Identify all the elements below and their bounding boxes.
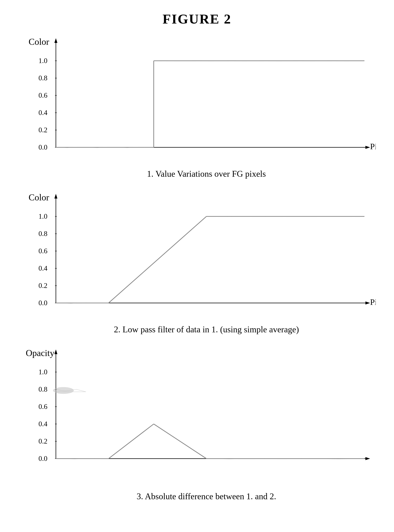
chart1-y-label: Color xyxy=(29,37,49,47)
svg-marker-39 xyxy=(54,349,57,354)
svg-text:0.0: 0.0 xyxy=(39,299,48,307)
svg-text:1.0: 1.0 xyxy=(39,212,48,220)
chart1-caption: 1. Value Variations over FG pixels xyxy=(18,169,376,179)
chart2-wrapper: Color Pixel 0.0 0.2 0.4 0.6 0.8 1.0 xyxy=(18,190,376,334)
chart3-y-label: Opacity xyxy=(26,348,54,358)
chart3-svg: Opacity 0.0 0.2 0.4 0.6 0.8 1.0 xyxy=(18,346,376,489)
chart1-x-label: Pixel xyxy=(370,142,376,151)
svg-text:0.4: 0.4 xyxy=(39,264,48,272)
page-title: FIGURE 2 xyxy=(0,0,394,34)
chart1-svg: Color Pixel 0.0 0.2 0.4 0.6 0.8 xyxy=(18,34,376,166)
chart1-wrapper: Color Pixel 0.0 0.2 0.4 0.6 0.8 xyxy=(18,34,376,179)
svg-text:0.2: 0.2 xyxy=(39,126,48,134)
chart2-x-label: Pixel xyxy=(370,297,376,307)
chart2-y-label: Color xyxy=(29,192,49,202)
svg-marker-41 xyxy=(365,457,370,460)
svg-text:0.0: 0.0 xyxy=(39,143,48,151)
svg-text:0.2: 0.2 xyxy=(39,437,48,445)
svg-text:1.0: 1.0 xyxy=(39,57,48,65)
svg-text:0.6: 0.6 xyxy=(39,402,48,410)
svg-line-56 xyxy=(154,424,206,459)
svg-marker-3 xyxy=(365,146,370,149)
svg-text:0.8: 0.8 xyxy=(39,74,48,82)
chart2-svg: Color Pixel 0.0 0.2 0.4 0.6 0.8 1.0 xyxy=(18,190,376,322)
svg-text:0.4: 0.4 xyxy=(39,109,48,116)
chart3-caption: 3. Absolute difference between 1. and 2. xyxy=(18,491,376,501)
svg-marker-1 xyxy=(54,38,57,43)
chart3-wrapper: Opacity 0.0 0.2 0.4 0.6 0.8 1.0 xyxy=(18,346,376,501)
svg-text:0.6: 0.6 xyxy=(39,91,48,99)
svg-text:0.4: 0.4 xyxy=(39,420,48,428)
svg-text:0.8: 0.8 xyxy=(39,229,48,237)
svg-line-55 xyxy=(109,424,154,459)
svg-line-36 xyxy=(109,216,206,303)
charts-container: Color Pixel 0.0 0.2 0.4 0.6 0.8 xyxy=(18,34,376,501)
svg-text:1.0: 1.0 xyxy=(39,368,48,376)
chart2-caption: 2. Low pass filter of data in 1. (using … xyxy=(18,324,376,334)
svg-point-58 xyxy=(53,387,74,394)
svg-text:0.8: 0.8 xyxy=(39,385,48,393)
svg-text:0.6: 0.6 xyxy=(39,247,48,255)
svg-text:0.2: 0.2 xyxy=(39,282,48,289)
svg-marker-20 xyxy=(54,194,57,198)
svg-text:0.0: 0.0 xyxy=(39,454,48,462)
svg-marker-22 xyxy=(365,302,370,304)
